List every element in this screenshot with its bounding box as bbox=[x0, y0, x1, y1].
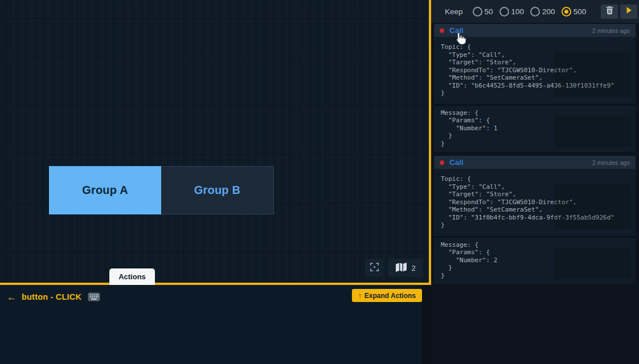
play-button[interactable] bbox=[620, 5, 637, 19]
keep-option-200[interactable]: 200 bbox=[530, 7, 555, 16]
play-icon bbox=[625, 6, 633, 16]
minimap-count: 2 bbox=[411, 264, 415, 272]
keep-option-50[interactable]: 50 bbox=[473, 7, 493, 16]
group-b-label: Group B bbox=[194, 184, 240, 197]
keyboard-icon bbox=[88, 292, 100, 301]
message-log-panel: Keep 50 100 200 500 bbox=[431, 0, 639, 364]
radio-selected-icon bbox=[562, 7, 571, 16]
keep-option-500[interactable]: 500 bbox=[562, 7, 587, 16]
keep-label: Keep bbox=[445, 7, 463, 16]
action-header: ← button - CLICK bbox=[7, 291, 100, 303]
keep-option-label: 100 bbox=[511, 7, 525, 16]
radio-icon bbox=[530, 7, 540, 16]
expand-arrow-icon: ↑ bbox=[358, 292, 362, 300]
log-entry: Call 2 minutes ago Topic: { "Type": "Cal… bbox=[434, 156, 636, 284]
entry-type-label: Call bbox=[449, 158, 464, 167]
clear-log-button[interactable] bbox=[601, 5, 618, 19]
map-icon bbox=[395, 262, 407, 274]
action-title: button - CLICK bbox=[22, 292, 81, 301]
keep-option-label: 200 bbox=[542, 7, 555, 16]
log-toolbar: Keep 50 100 200 500 bbox=[431, 0, 639, 23]
fit-view-icon bbox=[369, 262, 380, 275]
stage-canvas[interactable]: Group A Group B 2 bbox=[0, 0, 431, 285]
radio-icon bbox=[499, 7, 509, 16]
keep-option-label: 50 bbox=[485, 7, 493, 16]
entry-message-json: Message: { "Params": { "Number": 2 } } bbox=[434, 236, 636, 284]
group-b-button[interactable]: Group B bbox=[161, 166, 274, 214]
trash-icon bbox=[605, 6, 614, 17]
entry-topic-json: Topic: { "Type": "Call", "Target": "Stor… bbox=[434, 169, 636, 236]
call-status-icon bbox=[440, 28, 444, 33]
entry-message-json: Message: { "Params": { "Number": 1 } } bbox=[434, 104, 636, 152]
group-a-button[interactable]: Group A bbox=[49, 166, 161, 214]
mouse-cursor-hand-icon bbox=[454, 32, 466, 47]
keep-option-100[interactable]: 100 bbox=[499, 7, 525, 16]
entry-timestamp: 2 minutes ago bbox=[592, 159, 630, 166]
log-entry-header[interactable]: Call 2 minutes ago bbox=[434, 156, 636, 169]
entry-timestamp: 2 minutes ago bbox=[592, 27, 630, 34]
minimap-button[interactable]: 2 bbox=[388, 259, 423, 277]
fit-view-button[interactable] bbox=[365, 259, 383, 277]
back-arrow-icon[interactable]: ← bbox=[7, 292, 17, 302]
actions-panel: ← button - CLICK ↑ Expand Actions bbox=[0, 285, 422, 364]
call-status-icon bbox=[440, 160, 444, 165]
expand-actions-label: Expand Actions bbox=[364, 292, 416, 300]
actions-tab[interactable]: Actions bbox=[109, 268, 155, 285]
expand-actions-button[interactable]: ↑ Expand Actions bbox=[352, 289, 422, 302]
actions-tab-label: Actions bbox=[118, 272, 146, 281]
keep-option-label: 500 bbox=[574, 7, 587, 16]
group-a-label: Group A bbox=[82, 184, 128, 197]
radio-icon bbox=[473, 7, 482, 16]
